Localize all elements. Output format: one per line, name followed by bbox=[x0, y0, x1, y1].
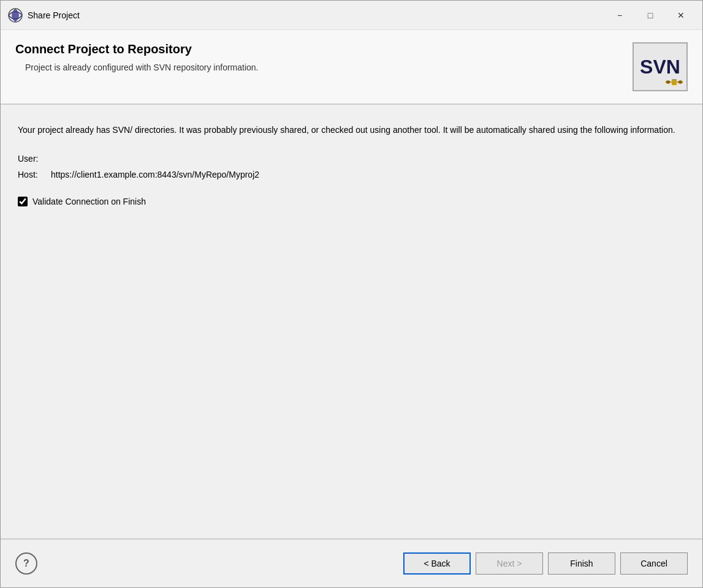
user-row: User: bbox=[18, 154, 685, 164]
header-subtitle: Project is already configured with SVN r… bbox=[25, 62, 620, 72]
validate-checkbox-row: Validate Connection on Finish bbox=[18, 197, 685, 206]
description-text: Your project already has SVN/ directorie… bbox=[18, 123, 685, 137]
header-text-block: Connect Project to Repository Project is… bbox=[15, 42, 620, 72]
validate-connection-checkbox[interactable] bbox=[18, 197, 28, 206]
maximize-button[interactable]: □ bbox=[636, 6, 664, 25]
dialog-window: Share Project − □ ✕ Connect Project to R… bbox=[0, 0, 703, 588]
validate-connection-label[interactable]: Validate Connection on Finish bbox=[32, 197, 146, 206]
help-button[interactable]: ? bbox=[15, 552, 37, 575]
window-controls: − □ ✕ bbox=[606, 6, 695, 25]
svg-rect-4 bbox=[671, 81, 672, 83]
user-label: User: bbox=[18, 154, 48, 164]
host-row: Host: https://client1.example.com:8443/s… bbox=[18, 170, 685, 179]
svg-point-6 bbox=[667, 81, 670, 84]
svg-rect-5 bbox=[677, 81, 678, 83]
title-bar: Share Project − □ ✕ bbox=[1, 1, 702, 30]
svg-rect-2 bbox=[672, 79, 677, 85]
app-icon bbox=[8, 8, 23, 23]
host-value: https://client1.example.com:8443/svn/MyR… bbox=[51, 170, 259, 179]
dialog-title: Share Project bbox=[28, 10, 606, 20]
svg-point-7 bbox=[679, 81, 682, 84]
host-label: Host: bbox=[18, 170, 48, 179]
footer: ? < Back Next > Finish Cancel bbox=[1, 538, 702, 587]
footer-buttons: < Back Next > Finish Cancel bbox=[403, 552, 688, 575]
minimize-button[interactable]: − bbox=[606, 6, 634, 25]
svn-logo: SVN bbox=[633, 42, 688, 91]
header-section: Connect Project to Repository Project is… bbox=[1, 30, 702, 105]
close-button[interactable]: ✕ bbox=[667, 6, 695, 25]
back-button[interactable]: < Back bbox=[403, 552, 471, 575]
next-button[interactable]: Next > bbox=[476, 552, 543, 575]
cancel-button[interactable]: Cancel bbox=[620, 552, 688, 575]
main-content: Your project already has SVN/ directorie… bbox=[1, 105, 702, 538]
finish-button[interactable]: Finish bbox=[548, 552, 615, 575]
svn-connector-icon bbox=[666, 78, 683, 86]
page-title: Connect Project to Repository bbox=[15, 42, 620, 56]
svn-logo-text: SVN bbox=[640, 56, 680, 78]
